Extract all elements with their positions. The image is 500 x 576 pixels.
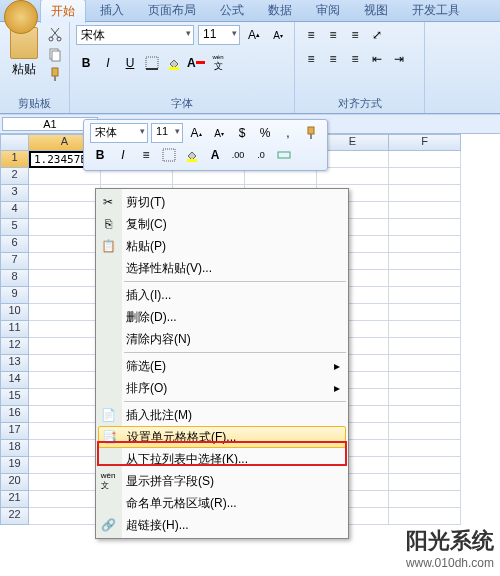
- row-header-6[interactable]: 6: [0, 236, 29, 253]
- cell[interactable]: [389, 491, 461, 508]
- menu-filter[interactable]: 筛选(E)▸: [96, 355, 348, 377]
- cell[interactable]: [29, 491, 101, 508]
- cell[interactable]: [29, 440, 101, 457]
- mini-font-color[interactable]: A: [205, 145, 225, 165]
- row-header-3[interactable]: 3: [0, 185, 29, 202]
- menu-paste[interactable]: 📋粘贴(P): [96, 235, 348, 257]
- cell[interactable]: [389, 185, 461, 202]
- row-header-21[interactable]: 21: [0, 491, 29, 508]
- mini-font-name[interactable]: 宋体: [90, 123, 148, 143]
- cell[interactable]: [29, 236, 101, 253]
- menu-clear[interactable]: 清除内容(N): [96, 328, 348, 350]
- align-center-button[interactable]: ≡: [323, 49, 343, 69]
- row-header-17[interactable]: 17: [0, 423, 29, 440]
- cell[interactable]: [29, 474, 101, 491]
- cell[interactable]: [29, 287, 101, 304]
- row-header-9[interactable]: 9: [0, 287, 29, 304]
- mini-italic[interactable]: I: [113, 145, 133, 165]
- cell[interactable]: [389, 389, 461, 406]
- office-button[interactable]: [4, 0, 38, 34]
- menu-copy[interactable]: ⎘复制(C): [96, 213, 348, 235]
- font-name-combo[interactable]: 宋体: [76, 25, 194, 45]
- format-painter-button[interactable]: [46, 65, 64, 83]
- cell[interactable]: [29, 185, 101, 202]
- row-header-14[interactable]: 14: [0, 372, 29, 389]
- decrease-indent-button[interactable]: ⇤: [367, 49, 387, 69]
- cell[interactable]: [29, 253, 101, 270]
- row-header-2[interactable]: 2: [0, 168, 29, 185]
- menu-show-phonetic[interactable]: wén文显示拼音字段(S): [96, 470, 348, 492]
- mini-grow-font[interactable]: A▴: [186, 123, 206, 143]
- cell[interactable]: [29, 338, 101, 355]
- mini-bold[interactable]: B: [90, 145, 110, 165]
- mini-currency[interactable]: $: [232, 123, 252, 143]
- phonetic-button[interactable]: wén文: [208, 53, 228, 73]
- menu-sort[interactable]: 排序(O)▸: [96, 377, 348, 399]
- cell[interactable]: [29, 355, 101, 372]
- col-header-f[interactable]: F: [389, 134, 461, 151]
- select-all-corner[interactable]: [0, 134, 29, 151]
- menu-pick-from-list[interactable]: 从下拉列表中选择(K)...: [96, 448, 348, 470]
- tab-page-layout[interactable]: 页面布局: [138, 0, 206, 22]
- row-header-20[interactable]: 20: [0, 474, 29, 491]
- cell[interactable]: [389, 236, 461, 253]
- row-header-13[interactable]: 13: [0, 355, 29, 372]
- cell[interactable]: [389, 338, 461, 355]
- menu-insert[interactable]: 插入(I)...: [96, 284, 348, 306]
- row-header-10[interactable]: 10: [0, 304, 29, 321]
- cell[interactable]: [389, 372, 461, 389]
- mini-align-center[interactable]: ≡: [136, 145, 156, 165]
- underline-button[interactable]: U: [120, 53, 140, 73]
- menu-delete[interactable]: 删除(D)...: [96, 306, 348, 328]
- cell[interactable]: [389, 355, 461, 372]
- row-header-16[interactable]: 16: [0, 406, 29, 423]
- row-header-15[interactable]: 15: [0, 389, 29, 406]
- align-left-button[interactable]: ≡: [301, 49, 321, 69]
- cell[interactable]: [389, 287, 461, 304]
- tab-data[interactable]: 数据: [258, 0, 302, 22]
- align-right-button[interactable]: ≡: [345, 49, 365, 69]
- font-size-combo[interactable]: 11: [198, 25, 240, 45]
- menu-paste-special[interactable]: 选择性粘贴(V)...: [96, 257, 348, 279]
- cell[interactable]: [389, 321, 461, 338]
- italic-button[interactable]: I: [98, 53, 118, 73]
- mini-inc-decimal[interactable]: .00: [228, 145, 248, 165]
- cell[interactable]: [29, 321, 101, 338]
- decrease-font-button[interactable]: A▾: [268, 25, 288, 45]
- cell[interactable]: [29, 406, 101, 423]
- increase-indent-button[interactable]: ⇥: [389, 49, 409, 69]
- cell[interactable]: [389, 423, 461, 440]
- tab-developer[interactable]: 开发工具: [402, 0, 470, 22]
- tab-view[interactable]: 视图: [354, 0, 398, 22]
- cell[interactable]: [389, 508, 461, 525]
- cut-button[interactable]: [46, 25, 64, 43]
- tab-home[interactable]: 开始: [40, 0, 86, 23]
- mini-border[interactable]: [159, 145, 179, 165]
- mini-shrink-font[interactable]: A▾: [209, 123, 229, 143]
- cell[interactable]: [29, 270, 101, 287]
- mini-dec-decimal[interactable]: .0: [251, 145, 271, 165]
- row-header-8[interactable]: 8: [0, 270, 29, 287]
- row-header-4[interactable]: 4: [0, 202, 29, 219]
- cell[interactable]: [389, 457, 461, 474]
- row-header-11[interactable]: 11: [0, 321, 29, 338]
- tab-insert[interactable]: 插入: [90, 0, 134, 22]
- cell[interactable]: [29, 219, 101, 236]
- cell[interactable]: [29, 508, 101, 525]
- font-color-button[interactable]: A: [186, 53, 206, 73]
- row-header-18[interactable]: 18: [0, 440, 29, 457]
- menu-define-name[interactable]: 命名单元格区域(R)...: [96, 492, 348, 514]
- cell[interactable]: [389, 253, 461, 270]
- tab-formulas[interactable]: 公式: [210, 0, 254, 22]
- cell[interactable]: [389, 202, 461, 219]
- row-header-22[interactable]: 22: [0, 508, 29, 525]
- menu-hyperlink[interactable]: 🔗超链接(H)...: [96, 514, 348, 536]
- mini-fill-color[interactable]: [182, 145, 202, 165]
- border-button[interactable]: [142, 53, 162, 73]
- cell[interactable]: [29, 423, 101, 440]
- cell[interactable]: [389, 219, 461, 236]
- mini-font-size[interactable]: 11: [151, 123, 183, 143]
- cell[interactable]: [29, 372, 101, 389]
- row-header-5[interactable]: 5: [0, 219, 29, 236]
- row-header-1[interactable]: 1: [0, 151, 29, 168]
